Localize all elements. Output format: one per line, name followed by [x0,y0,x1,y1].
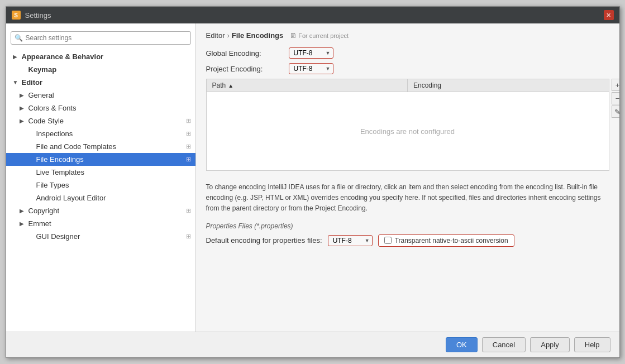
transparent-conversion-checkbox[interactable] [384,237,392,244]
breadcrumb-separator: › [227,31,229,40]
sidebar-item-file-types[interactable]: File Types [6,179,195,191]
col-encoding-label: Encoding [413,82,441,89]
properties-row: Default encoding for properties files: U… [206,234,609,247]
sidebar-item-code-style[interactable]: ▶ Code Style ⊞ [6,114,195,127]
main-panel: Editor › File Encodings 🖹 For current pr… [196,23,619,332]
project-encoding-label: Project Encoding: [206,65,284,73]
sidebar-item-label: Inspections [28,130,184,138]
scope-icon: ⊞ [186,143,191,150]
sidebar-item-live-templates[interactable]: Live Templates [6,166,195,179]
scope-icon: ⊞ [186,117,191,124]
table-col-path[interactable]: Path ▲ [207,79,408,92]
sidebar-item-file-encodings[interactable]: File Encodings ⊞ [6,153,195,166]
scope-icon: ⊞ [186,156,191,163]
transparent-conversion-checkbox-container[interactable]: Transparent native-to-ascii conversion [378,234,514,247]
content-area: 🔍 ▶ Appearance & Behavior Keymap ▼ Edito… [6,23,619,332]
sidebar-item-file-code-templates[interactable]: File and Code Templates ⊞ [6,140,195,153]
breadcrumb-parent: Editor [206,31,225,40]
table-empty-state: Encodings are not configured [207,92,609,170]
arrow-icon: ▶ [20,208,26,214]
edit-encoding-button[interactable]: ✎ [612,106,619,118]
search-box[interactable]: 🔍 [11,31,191,45]
scope-icon: ⊞ [186,207,191,214]
table-header: Path ▲ Encoding [207,79,609,92]
project-encoding-dropdown[interactable]: UTF-8 ▼ [289,63,333,74]
scope-icon: ⊞ [186,130,191,137]
sidebar-item-label: File Encodings [28,155,184,164]
table-col-encoding[interactable]: Encoding [408,79,609,92]
remove-encoding-button[interactable]: − [612,92,619,104]
global-encoding-row: Global Encoding: UTF-8 ▼ [206,47,609,59]
sidebar-item-label: Live Templates [28,168,191,176]
sidebar-item-emmet[interactable]: ▶ Emmet [6,217,195,230]
sidebar-item-label: Emmet [28,219,191,228]
arrow-icon: ▼ [13,79,20,85]
properties-section-title: Properties Files (*.properties) [206,222,609,230]
footer: OK Cancel Apply Help [6,332,619,357]
global-encoding-label: Global Encoding: [206,49,284,58]
ok-button[interactable]: OK [446,337,478,352]
sidebar-item-label: Copyright [28,207,184,215]
close-button[interactable]: ✕ [604,10,614,20]
arrow-icon: ▶ [13,54,20,60]
app-icon: S [12,11,21,20]
sidebar-item-label: File and Code Templates [28,142,184,151]
arrow-icon: ▶ [20,92,26,98]
arrow-icon: ▶ [20,105,26,111]
breadcrumb: Editor › File Encodings 🖹 For current pr… [206,31,609,40]
sidebar-item-label: Keymap [22,65,191,74]
title-bar-left: S Settings [12,11,51,20]
sidebar-item-label: Appearance & Behavior [22,52,191,61]
global-encoding-dropdown[interactable]: UTF-8 ▼ [289,47,333,59]
encodings-table-wrap: Path ▲ Encoding Encodings are not config… [206,79,609,176]
add-encoding-button[interactable]: + [612,79,619,91]
sidebar-item-label: Editor [22,78,191,87]
col-path-label: Path [212,82,226,89]
search-input[interactable] [11,31,191,45]
dropdown-arrow-icon: ▼ [326,66,331,71]
scope-icon: ⊞ [186,233,191,240]
props-encoding-dropdown[interactable]: UTF-8 ▼ [328,235,373,246]
sidebar-item-appearance[interactable]: ▶ Appearance & Behavior [6,50,195,63]
title-bar: S Settings ✕ [6,7,619,23]
window-title: Settings [25,11,51,20]
sidebar-item-label: Colors & Fonts [28,104,191,112]
sidebar-item-label: General [28,91,191,99]
dropdown-arrow-icon: ▼ [365,238,370,243]
settings-window: S Settings ✕ 🔍 ▶ Appearance & Behavior K… [6,6,620,358]
project-tag: 🖹 For current project [290,32,349,40]
props-encoding-value: UTF-8 [333,237,352,245]
sidebar-item-general[interactable]: ▶ General [6,89,195,102]
sidebar-item-colors-fonts[interactable]: ▶ Colors & Fonts [6,102,195,114]
sidebar-item-editor[interactable]: ▼ Editor [6,76,195,89]
sidebar-item-label: File Types [28,181,191,189]
sidebar-item-copyright[interactable]: ▶ Copyright ⊞ [6,204,195,217]
encodings-table: Path ▲ Encoding Encodings are not config… [206,79,609,171]
project-encoding-row: Project Encoding: UTF-8 ▼ [206,63,609,74]
sidebar-item-label: Android Layout Editor [28,194,191,202]
sidebar-item-android-layout-editor[interactable]: Android Layout Editor [6,191,195,204]
global-encoding-value: UTF-8 [294,49,313,57]
table-tools: + − ✎ [612,79,619,118]
project-tag-text: For current project [298,32,349,39]
arrow-icon: ▶ [20,118,26,124]
help-button[interactable]: Help [574,337,610,352]
sidebar-item-inspections[interactable]: Inspections ⊞ [6,127,195,140]
search-icon: 🔍 [15,34,23,42]
apply-button[interactable]: Apply [530,337,570,352]
sidebar-item-gui-designer[interactable]: GUI Designer ⊞ [6,230,195,243]
dropdown-arrow-icon: ▼ [326,50,331,56]
arrow-icon: ▶ [20,221,26,227]
sort-icon: ▲ [228,83,233,89]
sidebar-item-label: GUI Designer [28,232,184,241]
sidebar: 🔍 ▶ Appearance & Behavior Keymap ▼ Edito… [6,23,196,332]
empty-message: Encodings are not configured [360,127,455,136]
breadcrumb-current: File Encodings [232,31,283,40]
sidebar-item-keymap[interactable]: Keymap [6,63,195,76]
sidebar-item-label: Code Style [28,117,184,125]
project-icon: 🖹 [290,32,297,40]
checkbox-label: Transparent native-to-ascii conversion [395,237,508,245]
props-encoding-label: Default encoding for properties files: [206,236,322,245]
description-text: To change encoding IntelliJ IDEA uses fo… [206,182,609,214]
cancel-button[interactable]: Cancel [482,337,526,352]
